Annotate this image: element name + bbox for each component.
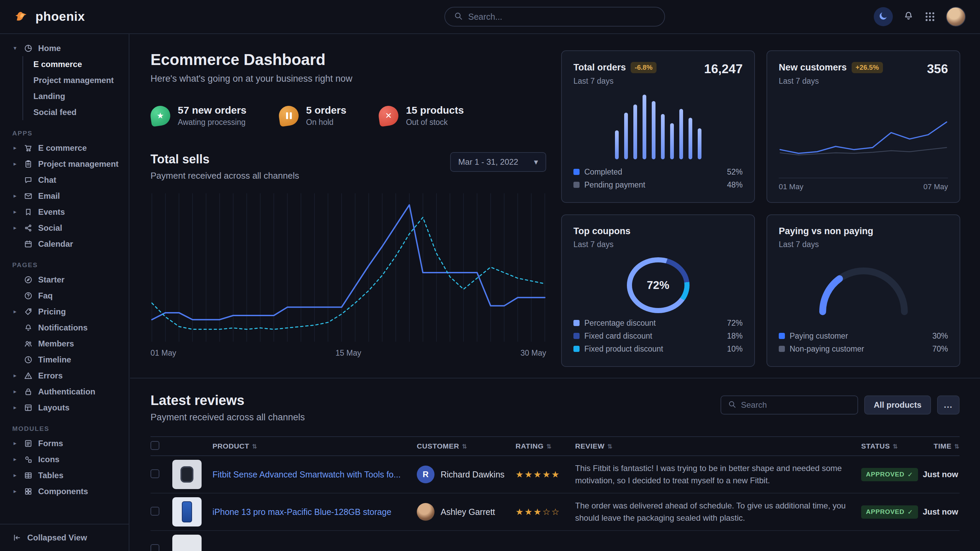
order-bar <box>652 101 655 159</box>
legend-item: Paying customer 30% <box>779 329 948 342</box>
collapse-sidebar-button[interactable]: Collapsed View <box>0 524 129 551</box>
product-image[interactable] <box>172 535 202 551</box>
sidebar-item-forms[interactable]: ▸ Forms <box>0 435 129 451</box>
chat-bubble-icon <box>24 175 33 185</box>
caret-right-icon: ▸ <box>11 440 18 447</box>
pause-icon <box>277 105 300 127</box>
sidebar-item-pricing[interactable]: ▸ Pricing <box>0 303 129 319</box>
dashboard-left-column: Ecommerce Dashboard Here's what's going … <box>151 50 546 367</box>
user-avatar[interactable] <box>946 7 966 27</box>
sidebar-item-home[interactable]: ▾ Home <box>0 40 129 56</box>
product-link[interactable]: iPhone 13 pro max-Pacific Blue-128GB sto… <box>213 507 417 518</box>
legend-item: Completed 52% <box>573 165 743 178</box>
new-customers-card: New customers +26.5% Last 7 days 356 01 … <box>767 50 960 203</box>
reviews-search-input[interactable] <box>741 400 851 410</box>
order-bar <box>679 109 683 159</box>
order-bar <box>633 105 637 160</box>
page-subtitle: Here's what's going on at your business … <box>151 73 546 84</box>
page-title: Ecommerce Dashboard <box>151 50 546 69</box>
sidebar-item-calendar[interactable]: Calendar <box>0 236 129 252</box>
sidebar-item-authentication[interactable]: ▸ Authentication <box>0 384 129 400</box>
sidebar-item-email[interactable]: ▸ Email <box>0 188 129 204</box>
status-badge: APPROVED✓ <box>861 468 918 481</box>
sidebar-item-members[interactable]: Members <box>0 335 129 352</box>
moon-icon <box>878 11 888 22</box>
sidebar-item-social-feed[interactable]: Social feed <box>23 104 129 120</box>
sidebar-item-timeline[interactable]: Timeline <box>0 352 129 368</box>
row-checkbox[interactable] <box>151 507 159 516</box>
search-input[interactable] <box>468 12 655 22</box>
product-link[interactable]: Fitbit Sense Advanced Smartwatch with To… <box>213 469 417 480</box>
sidebar-item-events[interactable]: ▸ Events <box>0 204 129 220</box>
x-axis-label: 01 May <box>151 348 176 358</box>
paying-gauge-chart <box>779 261 948 319</box>
date-range-select[interactable]: Mar 1 - 31, 2022 ▾ <box>450 152 546 172</box>
chevron-down-icon: ▾ <box>534 157 538 167</box>
legend-item: Fixed card discount 18% <box>573 329 743 342</box>
reviews-search[interactable] <box>721 395 858 414</box>
trend-badge: -6.8% <box>631 62 657 73</box>
customer-cell[interactable]: Ashley Garrett <box>417 503 515 521</box>
product-image[interactable] <box>172 460 202 489</box>
clock-icon <box>24 355 33 365</box>
sidebar-item-faq[interactable]: Faq <box>0 287 129 303</box>
form-lines-icon <box>24 439 33 448</box>
apps-menu-button[interactable] <box>924 11 936 22</box>
theme-toggle-button[interactable] <box>874 7 893 26</box>
share-icon <box>24 223 33 233</box>
sidebar-item-social[interactable]: ▸ Social <box>0 220 129 236</box>
customer-avatar <box>417 503 434 521</box>
sidebar: ▾ Home E commerce Project management Lan… <box>0 34 129 551</box>
stat-orders-on-hold: 5 orders On hold <box>279 105 346 127</box>
legend-swatch <box>573 169 579 175</box>
alert-triangle-icon <box>24 371 33 381</box>
sort-icon[interactable]: ⇅ <box>607 443 612 450</box>
notifications-button[interactable] <box>903 11 914 23</box>
sidebar-item-label: Home <box>38 44 61 53</box>
sidebar-item-chat[interactable]: Chat <box>0 172 129 188</box>
sidebar-item-components[interactable]: ▸ Components <box>0 483 129 499</box>
sidebar-item-landing[interactable]: Landing <box>23 88 129 104</box>
sidebar-item-project-management-app[interactable]: ▸ Project management <box>0 156 129 172</box>
sidebar-item-layouts[interactable]: ▸ Layouts <box>0 400 129 416</box>
order-bar <box>643 95 646 159</box>
new-customers-value: 356 <box>927 62 948 76</box>
clipboard-icon <box>24 159 33 169</box>
global-search[interactable] <box>444 7 665 27</box>
select-all-checkbox[interactable] <box>151 441 159 450</box>
sidebar-item-starter[interactable]: Starter <box>0 272 129 287</box>
more-options-button[interactable]: ... <box>937 395 959 414</box>
top-navbar: phoenix <box>0 0 980 34</box>
caret-right-icon: ▸ <box>11 388 18 395</box>
order-bar <box>689 118 692 159</box>
row-checkbox[interactable] <box>151 544 159 551</box>
row-checkbox[interactable] <box>151 469 159 478</box>
legend-swatch <box>573 346 579 352</box>
all-products-button[interactable]: All products <box>864 395 931 414</box>
sidebar-item-ecommerce-dashboard[interactable]: E commerce <box>23 56 129 72</box>
product-image[interactable] <box>172 497 202 527</box>
sidebar-item-notifications[interactable]: Notifications <box>0 319 129 335</box>
legend-item: Pending payment 48% <box>573 178 743 191</box>
sort-icon[interactable]: ⇅ <box>892 443 898 450</box>
review-row: Fitbit Sense Advanced Smartwatch with To… <box>151 456 959 494</box>
sort-icon[interactable]: ⇅ <box>954 443 959 450</box>
customer-cell[interactable]: R Richard Dawkins <box>417 465 515 483</box>
brand[interactable]: phoenix <box>14 8 85 25</box>
envelope-icon <box>24 191 33 201</box>
sort-icon[interactable]: ⇅ <box>547 443 552 450</box>
caret-right-icon: ▸ <box>11 144 18 151</box>
sort-icon[interactable]: ⇅ <box>462 443 468 450</box>
sidebar-item-ecommerce-app[interactable]: ▸ E commerce <box>0 140 129 156</box>
sidebar-item-icons[interactable]: ▸ Icons <box>0 451 129 467</box>
sidebar-item-tables[interactable]: ▸ Tables <box>0 467 129 483</box>
sidebar-item-errors[interactable]: ▸ Errors <box>0 368 129 384</box>
review-row: iPhone 13 pro max-Pacific Blue-128GB sto… <box>151 494 959 531</box>
sort-icon[interactable]: ⇅ <box>252 443 258 450</box>
order-bar <box>670 123 674 159</box>
x-axis-label: 07 May <box>923 183 948 191</box>
sidebar-item-project-management-dashboard[interactable]: Project management <box>23 72 129 88</box>
new-customers-chart: 01 May 07 May <box>779 110 948 191</box>
caret-right-icon: ▸ <box>11 488 18 495</box>
question-circle-icon <box>24 291 33 300</box>
